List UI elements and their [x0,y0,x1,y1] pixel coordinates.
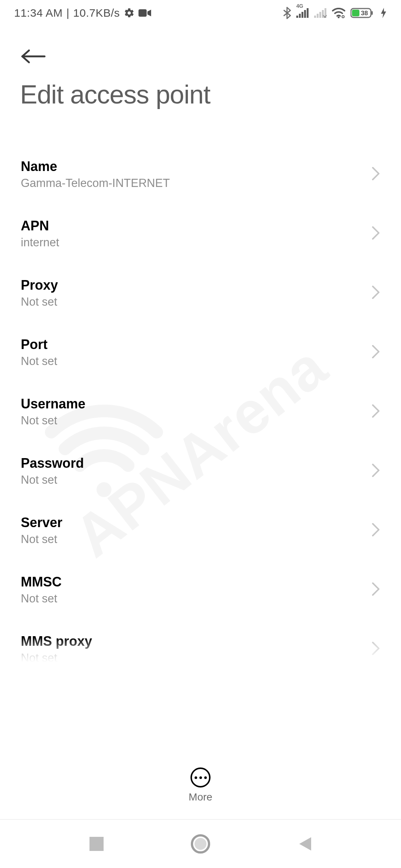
circle-icon [191,834,210,854]
setting-row-password[interactable]: Password Not set [0,441,401,501]
nav-back-button[interactable] [293,833,316,855]
svg-rect-6 [314,16,316,18]
video-camera-icon [138,9,151,17]
svg-rect-16 [89,837,104,851]
setting-row-username[interactable]: Username Not set [0,382,401,441]
svg-rect-4 [304,10,306,18]
charging-icon [380,7,387,19]
setting-row-server[interactable]: Server Not set [0,501,401,560]
status-bar: 11:34 AM | 10.7KB/s 4G [0,0,401,26]
wifi-icon [332,8,345,18]
more-horizontal-icon [190,767,211,788]
chevron-right-icon [371,344,380,361]
chevron-right-icon [371,226,380,242]
setting-value: Not set [21,414,379,427]
svg-point-18 [195,838,206,850]
setting-label: APN [21,218,379,234]
setting-value: Gamma-Telecom-INTERNET [21,177,379,190]
status-time: 11:34 AM [14,7,63,19]
chevron-right-icon [371,522,380,539]
battery-icon: 38 [351,7,375,19]
setting-label: Port [21,337,379,352]
setting-row-apn[interactable]: APN internet [0,204,401,263]
chevron-right-icon [371,166,380,183]
status-separator: | [66,7,69,19]
setting-row-name[interactable]: Name Gamma-Telecom-INTERNET [0,145,401,204]
setting-label: Name [21,159,379,174]
arrow-left-icon [20,48,47,65]
chevron-right-icon [371,463,380,479]
svg-point-11 [338,17,340,19]
setting-label: Proxy [21,277,379,293]
setting-label: Server [21,515,379,530]
setting-row-mmsc[interactable]: MMSC Not set [0,560,401,619]
svg-rect-7 [317,14,319,18]
setting-value: internet [21,236,379,249]
svg-rect-15 [352,10,359,16]
chevron-right-icon [371,404,380,420]
apn-settings-list: Name Gamma-Telecom-INTERNET APN internet… [0,145,401,679]
chevron-right-icon [371,285,380,301]
setting-value: Not set [21,651,379,665]
nav-home-button[interactable] [189,833,212,855]
battery-percent-text: 38 [361,10,368,17]
setting-label: MMS proxy [21,634,379,649]
svg-rect-1 [296,16,298,18]
setting-label: MMSC [21,574,379,590]
signal-sim1-icon: 4G [296,8,309,18]
status-right-cluster: 4G [283,7,387,19]
bluetooth-icon [283,7,291,19]
setting-value: Not set [21,592,379,605]
svg-rect-2 [299,14,301,18]
more-label: More [189,791,212,803]
gear-icon [124,7,135,19]
setting-value: Not set [21,355,379,368]
square-icon [89,837,104,851]
back-button[interactable] [20,48,47,65]
svg-rect-9 [322,10,324,18]
chevron-right-icon [371,641,380,657]
setting-label: Username [21,396,379,412]
setting-value: Not set [21,473,379,487]
svg-rect-5 [307,8,309,18]
setting-row-port[interactable]: Port Not set [0,323,401,382]
signal-sim2-icon [314,8,327,18]
status-data-speed: 10.7KB/s [73,7,120,19]
setting-row-proxy[interactable]: Proxy Not set [0,263,401,323]
svg-rect-8 [319,12,321,18]
nav-recent-button[interactable] [85,833,108,855]
svg-rect-3 [301,12,303,18]
more-button[interactable]: More [0,767,401,803]
setting-label: Password [21,456,379,471]
setting-value: Not set [21,533,379,546]
status-left-cluster: 11:34 AM | 10.7KB/s [14,7,151,19]
system-nav-bar [0,819,401,868]
svg-rect-14 [371,11,373,15]
svg-rect-0 [138,9,147,17]
chevron-right-icon [371,582,380,598]
page-title: Edit access point [20,80,210,109]
setting-value: Not set [21,295,379,309]
setting-row-mms-proxy[interactable]: MMS proxy Not set [0,619,401,679]
triangle-left-icon [297,836,312,852]
